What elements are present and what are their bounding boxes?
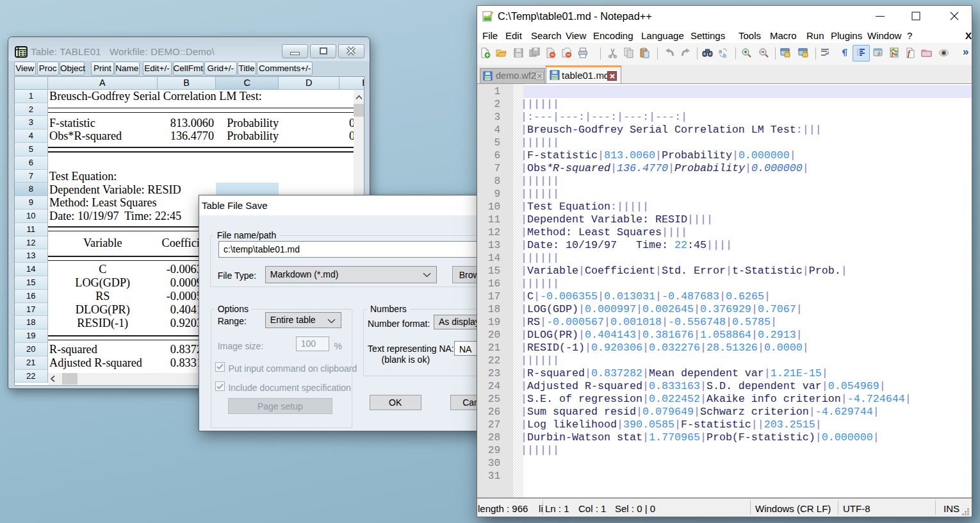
svg-text:b: b [723,53,726,58]
svg-text:a: a [719,48,722,54]
